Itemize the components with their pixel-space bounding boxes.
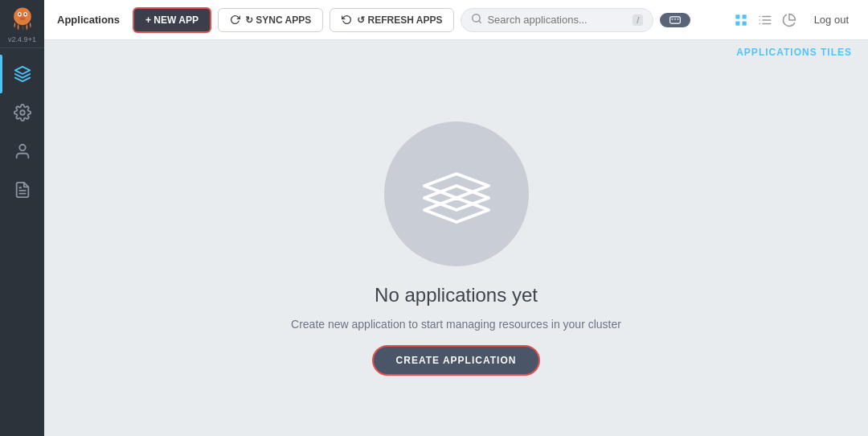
layers-empty-icon <box>416 158 497 230</box>
search-icon <box>471 13 482 27</box>
cluster-badge[interactable] <box>660 13 690 27</box>
list-view-button[interactable] <box>755 10 776 31</box>
chart-icon <box>782 13 796 27</box>
svg-point-3 <box>18 13 20 14</box>
svg-point-0 <box>14 7 31 25</box>
refresh-icon <box>342 14 352 25</box>
svg-rect-14 <box>672 19 674 19</box>
svg-point-7 <box>20 110 25 115</box>
refresh-apps-label: ↺ REFRESH APPS <box>357 14 442 26</box>
svg-rect-18 <box>742 14 746 19</box>
svg-rect-16 <box>678 19 679 19</box>
svg-point-8 <box>19 145 25 150</box>
sync-apps-button[interactable]: ↻ SYNC APPS <box>218 8 323 32</box>
page-title: Applications <box>57 14 120 26</box>
grid-icon <box>734 13 748 27</box>
search-input[interactable] <box>487 14 628 26</box>
cluster-label <box>669 16 681 24</box>
empty-state: No applications yet Create new applicati… <box>291 121 621 376</box>
sidebar-item-applications[interactable] <box>0 55 44 93</box>
svg-line-12 <box>479 20 481 23</box>
main-content: Applications + NEW APP ↻ SYNC APPS ↺ REF… <box>44 0 868 436</box>
topbar-left: Applications + NEW APP ↻ SYNC APPS ↺ REF… <box>57 7 690 33</box>
cluster-icon <box>669 16 681 24</box>
page-header: APPLICATIONS TILES <box>44 40 868 61</box>
chart-view-button[interactable] <box>779 10 800 31</box>
svg-point-4 <box>24 13 26 14</box>
page-header-title: APPLICATIONS TILES <box>736 47 852 58</box>
sidebar-navigation <box>0 48 44 436</box>
search-shortcut: / <box>633 14 643 26</box>
sidebar-item-user[interactable] <box>0 132 44 171</box>
svg-rect-20 <box>742 21 746 25</box>
svg-marker-6 <box>14 67 29 74</box>
svg-rect-13 <box>670 16 681 23</box>
gear-icon <box>14 104 31 121</box>
version-label: v2.4.9+1 <box>8 35 36 43</box>
empty-state-subtitle: Create new application to start managing… <box>291 318 621 331</box>
view-toggle <box>731 10 800 31</box>
svg-rect-17 <box>735 14 739 19</box>
svg-rect-19 <box>735 21 739 25</box>
sidebar-item-docs[interactable] <box>0 171 44 209</box>
user-icon <box>14 142 31 160</box>
sync-apps-label: ↻ SYNC APPS <box>245 14 311 26</box>
search-bar[interactable]: / <box>461 8 653 32</box>
empty-state-icon <box>384 121 529 266</box>
svg-point-5 <box>19 17 25 20</box>
new-app-button[interactable]: + NEW APP <box>133 7 211 33</box>
empty-state-title: No applications yet <box>375 284 538 306</box>
grid-view-button[interactable] <box>731 10 751 31</box>
topbar-right: Log out <box>731 10 855 31</box>
octopus-logo-icon <box>8 5 37 34</box>
layers-icon <box>14 65 31 83</box>
sidebar-logo[interactable]: v2.4.9+1 <box>0 0 44 48</box>
sidebar-item-settings[interactable] <box>0 93 44 132</box>
sync-icon <box>230 14 240 25</box>
logout-button[interactable]: Log out <box>808 10 855 29</box>
docs-icon <box>14 181 31 199</box>
create-application-button[interactable]: CREATE APPLICATION <box>372 345 541 376</box>
content-area: No applications yet Create new applicati… <box>44 61 868 436</box>
list-icon <box>758 13 772 27</box>
svg-rect-15 <box>674 19 676 19</box>
refresh-apps-button[interactable]: ↺ REFRESH APPS <box>330 8 454 32</box>
topbar: Applications + NEW APP ↻ SYNC APPS ↺ REF… <box>44 0 868 40</box>
sidebar: v2.4.9+1 <box>0 0 44 436</box>
